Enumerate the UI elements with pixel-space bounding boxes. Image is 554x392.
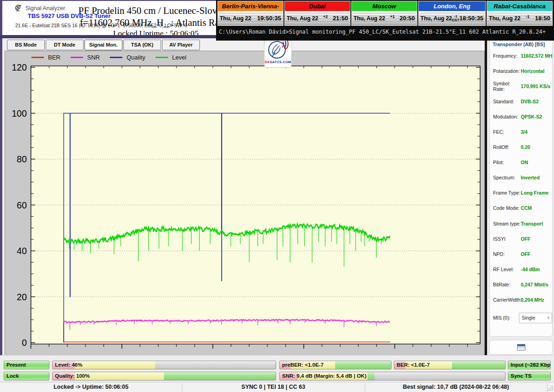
stream-list-icon [517, 344, 525, 350]
transponder-row: Spectrum:Inverted [490, 170, 552, 185]
clock-moscow: MoscowThu, Aug 22+120:50 [351, 1, 417, 26]
transponder-row: Frame Type:Long Frame [490, 185, 552, 201]
transponder-row-label: CarrierWidth: [493, 297, 521, 303]
dxsatcs-logo: DXSATCS.COM [264, 39, 292, 68]
legend-item-ber: BER [31, 54, 60, 61]
header-center: PF Prodelin 450 cm / Lucenec-Slovakia f=… [76, 5, 235, 38]
dxsatcs-logo-graphic [266, 40, 290, 61]
clock-city: Berlin-Paris-Vienna-Roma [218, 1, 283, 11]
tab-bs-mode[interactable]: BS Mode [7, 40, 45, 50]
transponder-row-value: DVB-S2 [521, 99, 539, 104]
gauge-label: SNR: 9,4 dB (Margin: 5,4 dB | OK) [282, 372, 367, 380]
legend-swatch [31, 57, 44, 58]
statusbar-best-signal: Best signal: 10,7 dB (2024-08-22 06:48) [365, 382, 547, 392]
gauge-label: Sync TS [511, 372, 531, 380]
legend-swatch [156, 57, 168, 58]
clock-utc-offset: -1DST [452, 15, 459, 22]
terminal-window[interactable]: Berlin-Paris-Vienna-RomaThu, Aug 2219:50… [216, 0, 554, 41]
clock-body: Thu, Aug 22-118:50 [487, 11, 552, 25]
svg-text:60: 60 [17, 200, 27, 210]
tab-dt-mode[interactable]: DT Mode [46, 40, 84, 50]
tab-signal-mon[interactable]: Signal Mon. [84, 40, 122, 50]
transponder-row: ISSYIOFF [490, 231, 552, 246]
transponder-row: BitRate:0,247 Mbit/s [490, 277, 552, 292]
gauge-label: Lock [6, 372, 19, 380]
gauge-preber: preBER: <1.0E-7 [279, 361, 391, 369]
mis-select[interactable]: Single ▾ [519, 313, 552, 323]
statusbar-uptime: Locked -> Uptime: 50:06:05 [0, 382, 182, 392]
transponder-row-label: RollOff: [493, 144, 521, 150]
gauge-label: preBER: <1.0E-7 [282, 361, 324, 369]
gauge-label: BER: <1.0E-7 [397, 361, 430, 369]
transponder-row-label: Code Mode: [493, 205, 521, 211]
svg-text:40: 40 [17, 246, 27, 256]
transponder-row-label: FEC: [493, 129, 521, 135]
transponder-row-label: Spectrum: [493, 175, 521, 180]
transponder-row-label: Stream type: [493, 221, 521, 226]
gauge-label: Present [6, 361, 26, 369]
clock-utc-offset: -1 [526, 14, 530, 19]
gauge-lock: Lock [4, 372, 49, 380]
transponder-row: Standard:DVB-S2 [490, 94, 552, 109]
transponder-row-label: Symbol Rate: [493, 81, 521, 92]
transponder-row: Stream type:Transport [490, 216, 552, 231]
svg-text:100: 100 [12, 108, 27, 119]
gauge-label: Quality: 100% [55, 372, 90, 380]
window-left-border [0, 0, 2, 355]
status-gauges-region: PresentLevel: 46%preBER: <1.0E-7BER: <1.… [0, 355, 554, 382]
clock-date: Thu, Aug 22 [220, 15, 251, 22]
transponder-sidebar: Transponder (AB) [BS] Frequency:11602,57… [487, 38, 554, 355]
clock-city: Moscow [352, 1, 417, 11]
clock-dubai: DubaiThu, Aug 22+221:50 [284, 1, 350, 26]
gauge-label: Input (~282 Kbps) [511, 361, 551, 369]
transponder-row-label: Modulation: [493, 114, 521, 119]
statusbar-divider [365, 383, 365, 392]
clock-date: Thu, Aug 22 [489, 15, 520, 22]
transponder-row: Modulation:QPSK-S2 [490, 109, 552, 124]
clock-date: Thu, Aug 22 [354, 15, 385, 22]
tab-tsa-ok[interactable]: TSA (OK) [123, 40, 161, 50]
svg-text:80: 80 [17, 154, 27, 164]
mis-selected-value: Single [522, 315, 535, 321]
chart-legend: BERSNRQualityLevel [31, 53, 197, 61]
clock-body: Thu, Aug 22+120:50 [352, 11, 417, 25]
transponder-row-value: OFF [521, 251, 530, 257]
svg-text:120: 120 [12, 62, 27, 72]
transponder-row-value: Long Frame [521, 190, 548, 196]
clock-time: 19:50:35 [257, 15, 281, 22]
clock-body: Thu, Aug 22-1DST18:50:35 [419, 11, 485, 25]
legend-swatch [71, 57, 83, 58]
gauge-label: Level: 46% [55, 361, 82, 369]
transponder-row-label: RF Level: [493, 267, 521, 272]
resize-grip[interactable] [547, 385, 553, 391]
signal-history-chart: 020406080100120 [6, 62, 484, 352]
gauge-sync-ts: Sync TS [508, 372, 551, 380]
legend-item-quality: Quality [110, 54, 145, 61]
clock-london-eng: London, EngThu, Aug 22-1DST18:50:35 [418, 1, 486, 26]
gauge-present: Present [4, 361, 49, 369]
transponder-row-value: -44 dBm [521, 267, 540, 272]
transponder-row-value: Transport [521, 221, 543, 226]
transponder-row: Symbol Rate:170,991 KS/s [490, 78, 552, 94]
transponder-row: RollOff:0.20 [490, 140, 552, 155]
legend-item-snr: SNR [71, 54, 100, 61]
legend-swatch [110, 57, 122, 58]
transponder-row-label: Frequency: [493, 53, 521, 59]
gauge-level: Level: 46% [52, 361, 276, 369]
gauge-ber: BER: <1.0E-7 [394, 361, 506, 369]
transponder-row-value: Horizontal [521, 68, 544, 74]
transponder-row-label: ISSYI [493, 236, 521, 242]
clock-utc-offset: +2 [323, 14, 328, 19]
gauge-quality: Quality: 100% [52, 372, 276, 380]
transponder-row-value: Inverted [521, 175, 540, 180]
transponder-row-value: QPSK-S2 [521, 114, 542, 119]
clock-date: Thu, Aug 22 [421, 15, 452, 22]
transponder-row: Polarization:Horizontal [490, 63, 552, 78]
clock-city: Rabat-Casablanca [487, 1, 552, 11]
transponder-row: NPD:OFF [490, 246, 552, 261]
tab-av-player[interactable]: AV Player [162, 40, 200, 50]
gauge-input-282-kbps: Input (~282 Kbps) [508, 361, 551, 369]
clock-city: Dubai [285, 1, 350, 11]
ts-tool-button[interactable] [489, 340, 553, 355]
transponder-info-card: Transponder (AB) [BS] Frequency:11602,57… [489, 40, 553, 337]
